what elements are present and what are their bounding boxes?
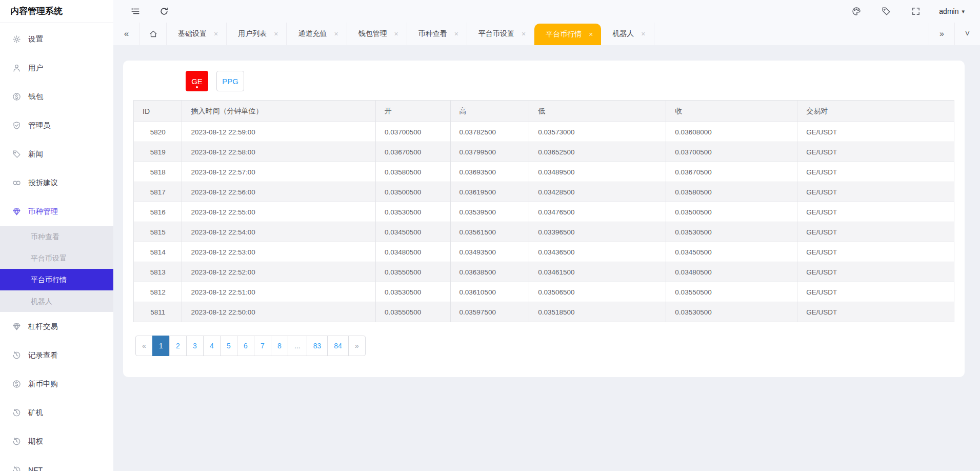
sidebar-item-label: 矿机: [28, 408, 43, 418]
history-icon: [12, 408, 21, 417]
sidebar-subitem-coin-view[interactable]: 币种查看: [0, 226, 113, 247]
gem-icon: [12, 322, 21, 331]
pagination: « 1 2 3 4 5 6 7 8 ... 83 84 »: [135, 336, 366, 356]
sidebar-menu: 设置 用户 钱包 管理员 新闻 投拆建议: [0, 23, 113, 471]
user-icon: [12, 64, 21, 72]
fullscreen-icon[interactable]: [911, 7, 921, 16]
close-icon[interactable]: ×: [522, 30, 526, 38]
sidebar-item-admins[interactable]: 管理员: [0, 111, 113, 140]
sidebar-item-records[interactable]: 记录查看: [0, 341, 113, 369]
tabs-scroll-left-icon[interactable]: «: [113, 23, 140, 45]
pagination-page-3[interactable]: 3: [187, 336, 204, 356]
sidebar-item-nft[interactable]: NFT: [0, 456, 113, 471]
table-row: 58142023-08-12 22:53:000.034805000.03493…: [134, 242, 954, 262]
sidebar-subitem-platform-coin-settings[interactable]: 平台币设置: [0, 247, 113, 269]
sidebar-item-options[interactable]: 期权: [0, 427, 113, 456]
sidebar-item-feedback[interactable]: 投拆建议: [0, 168, 113, 197]
sidebar-item-mining-machine[interactable]: 矿机: [0, 398, 113, 427]
close-icon[interactable]: ×: [589, 30, 593, 38]
col-header-pair: 交易对: [797, 101, 954, 122]
table-row: 58172023-08-12 22:56:000.035005000.03619…: [134, 182, 954, 202]
tag-icon: [12, 150, 21, 159]
tabs: 基础设置× 用户列表× 通道充值× 钱包管理× 币种查看× 平台币设置× 平台币…: [167, 23, 654, 45]
home-icon[interactable]: [140, 23, 167, 45]
close-icon[interactable]: ×: [274, 30, 278, 38]
tab-channel-recharge[interactable]: 通道充值×: [287, 23, 347, 45]
close-icon[interactable]: ×: [214, 30, 218, 38]
sidebar-item-label: 记录查看: [28, 350, 58, 360]
sidebar-subitem-robot[interactable]: 机器人: [0, 290, 113, 312]
tabs-scroll-right-icon[interactable]: »: [929, 23, 954, 45]
pagination-page-5[interactable]: 5: [221, 336, 237, 356]
pagination-page-2[interactable]: 2: [170, 336, 187, 356]
tab-basic-settings[interactable]: 基础设置×: [167, 23, 227, 45]
history-icon: [12, 466, 21, 471]
sidebar-item-settings[interactable]: 设置: [0, 25, 113, 53]
col-header-insert-time: 插入时间（分钟单位）: [182, 101, 376, 122]
link-icon: [12, 179, 21, 187]
close-icon[interactable]: ×: [641, 30, 645, 38]
gear-icon: [12, 35, 21, 44]
shield-check-icon: [12, 121, 21, 130]
tabs-dropdown-icon[interactable]: ˅: [954, 23, 980, 45]
pagination-page-4[interactable]: 4: [204, 336, 221, 356]
pagination-page-6[interactable]: 6: [237, 336, 254, 356]
top-header: admin ▾: [113, 0, 980, 23]
pagination-page-84[interactable]: 84: [328, 336, 349, 356]
menu-fold-icon[interactable]: [131, 7, 140, 16]
refresh-icon[interactable]: [159, 7, 169, 16]
table-row: 58202023-08-12 22:59:000.037005000.03782…: [134, 122, 954, 142]
table-row: 58132023-08-12 22:52:000.035505000.03638…: [134, 262, 954, 282]
pagination-prev[interactable]: «: [135, 336, 153, 356]
sidebar-item-label: 投拆建议: [28, 178, 58, 188]
pagination-page-1[interactable]: 1: [153, 336, 170, 356]
sidebar-item-label: 用户: [28, 63, 43, 73]
close-icon[interactable]: ×: [394, 30, 398, 38]
main-region: admin ▾ « 基础设置× 用户列表× 通道充值× 钱包管理× 币种查看× …: [113, 0, 980, 471]
sidebar-item-label: 钱包: [28, 92, 43, 102]
sidebar-subitem-platform-coin-quotes[interactable]: 平台币行情: [0, 269, 113, 290]
tab-robot[interactable]: 机器人×: [601, 23, 654, 45]
pagination-page-8[interactable]: 8: [271, 336, 288, 356]
sidebar-item-wallet[interactable]: 钱包: [0, 82, 113, 111]
tab-bar: « 基础设置× 用户列表× 通道充值× 钱包管理× 币种查看× 平台币设置× 平…: [113, 23, 980, 45]
table-row: 58192023-08-12 22:58:000.036705000.03799…: [134, 142, 954, 162]
table-row: 58162023-08-12 22:55:000.035305000.03539…: [134, 202, 954, 222]
palette-icon[interactable]: [852, 7, 861, 16]
coin-button-ge[interactable]: GE: [186, 71, 208, 91]
tag-icon[interactable]: [882, 7, 891, 16]
sidebar-item-news[interactable]: 新闻: [0, 140, 113, 168]
coin-management-submenu: 币种查看 平台币设置 平台币行情 机器人: [0, 226, 113, 312]
col-header-low: 低: [529, 101, 666, 122]
col-header-high: 高: [450, 101, 529, 122]
sidebar-item-label: NFT: [28, 466, 43, 471]
sidebar-item-new-coin-subscription[interactable]: 新币申购: [0, 369, 113, 398]
dollar-circle-icon: [12, 380, 21, 388]
pagination-next[interactable]: »: [349, 336, 366, 356]
coin-button-ppg[interactable]: PPG: [216, 71, 244, 91]
sidebar-item-users[interactable]: 用户: [0, 53, 113, 82]
close-icon[interactable]: ×: [454, 30, 458, 38]
tab-platform-coin-settings[interactable]: 平台币设置×: [467, 23, 534, 45]
sidebar-item-coin-management[interactable]: 币种管理: [0, 197, 113, 226]
tab-platform-coin-quotes[interactable]: 平台币行情×: [534, 24, 601, 45]
pagination-page-83[interactable]: 83: [307, 336, 328, 356]
app-title: 内容管理系统: [0, 0, 113, 23]
tab-user-list[interactable]: 用户列表×: [227, 23, 287, 45]
tab-wallet-management[interactable]: 钱包管理×: [347, 23, 407, 45]
close-icon[interactable]: ×: [334, 30, 338, 38]
quotes-card: GE PPG ID 插入时间（分钟单位） 开 高 低: [123, 61, 965, 377]
sidebar-item-leverage-trading[interactable]: 杠杆交易: [0, 312, 113, 341]
col-header-id: ID: [134, 101, 182, 122]
topbar-right: admin ▾: [831, 7, 965, 16]
username: admin: [939, 7, 958, 15]
table-row: 58182023-08-12 22:57:000.035805000.03693…: [134, 162, 954, 182]
sidebar-item-label: 管理员: [28, 121, 51, 130]
caret-down-icon: ▾: [962, 8, 965, 15]
table-header-row: ID 插入时间（分钟单位） 开 高 低 收 交易对: [134, 101, 954, 122]
user-menu[interactable]: admin ▾: [939, 7, 965, 15]
table-row: 58112023-08-12 22:50:000.035505000.03597…: [134, 302, 954, 322]
app-root: 内容管理系统 设置 用户 钱包 管理员 新闻: [0, 0, 980, 471]
pagination-page-7[interactable]: 7: [254, 336, 271, 356]
tab-coin-view[interactable]: 币种查看×: [407, 23, 467, 45]
